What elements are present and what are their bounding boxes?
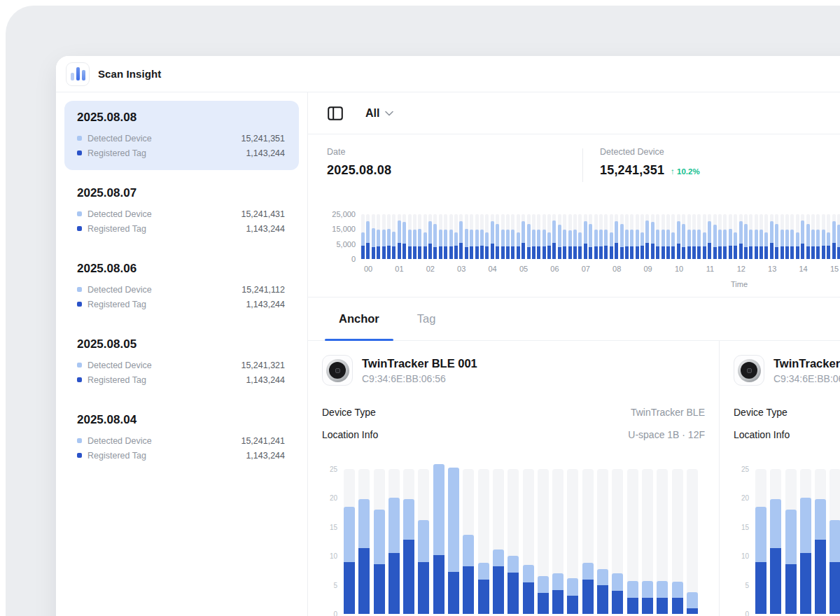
time-chart-bar: [708, 214, 711, 259]
location-info-value: U-space 1B · 12F: [628, 429, 705, 440]
time-chart-bar: [816, 214, 820, 259]
device-hourly-bar-chart: 0510152025: [322, 457, 705, 614]
location-info-label: Location Info: [322, 429, 378, 440]
time-chart-bar: [387, 214, 391, 259]
time-chart-bar: [552, 214, 556, 259]
device-chart-bar: [612, 457, 623, 614]
time-chart-bar: [424, 214, 427, 259]
tab-tag[interactable]: Tag: [403, 298, 450, 340]
detected-device-value: 15,241,431: [241, 209, 285, 219]
device-type-value: TwinTracker BLE: [631, 407, 705, 418]
registered-tag-value: 1,143,244: [246, 451, 285, 461]
sidebar-toggle-icon[interactable]: [327, 105, 344, 122]
active-tab-underline: [325, 339, 393, 341]
detected-device-label: Detected Device: [88, 209, 152, 219]
device-chart-bar: [687, 457, 698, 614]
time-chart-bar: [713, 214, 717, 259]
detected-device-value: 15,241,112: [241, 285, 285, 295]
time-chart-bar: [465, 214, 468, 259]
location-info-label: Location Info: [734, 429, 790, 440]
device-chart-bar: [374, 457, 385, 614]
device-chart-bar: [344, 457, 355, 614]
time-chart-x-axis: 00010203040506070809101112131415: [361, 265, 840, 274]
time-chart-bar: [770, 214, 774, 259]
time-chart-bar: [832, 214, 836, 259]
device-chart-bar: [523, 457, 534, 614]
device-chart-y-axis: 0510152025: [734, 457, 749, 614]
device-card-title: TwinTracker BLE 001: [362, 357, 477, 370]
delta-up-badge: ↑ 10.2%: [671, 167, 700, 176]
detected-device-value: 15,241,351: [241, 134, 285, 144]
main-panel: All Date 2025.08.08 Detected Device 15,2…: [308, 92, 840, 616]
time-chart-bar: [790, 214, 794, 259]
time-chart-bar: [475, 214, 479, 259]
registered-tag-label: Registered Tag: [88, 375, 146, 385]
date-card-title: 2025.08.05: [77, 337, 285, 351]
time-chart-bar: [734, 214, 737, 259]
device-chart-bar: [552, 457, 564, 614]
device-mac-address: C9:34:6E:BB:06:56: [362, 373, 477, 384]
device-card[interactable]: TwinTracker BLE 001 C9:34:6E:BB:06:56 De…: [308, 341, 720, 616]
time-chart-bar: [392, 214, 396, 259]
date-card-title: 2025.08.04: [77, 413, 285, 427]
date-card[interactable]: 2025.08.06 Detected Device 15,241,112 Re…: [64, 252, 299, 321]
time-chart-bar: [547, 214, 551, 259]
time-chart-bar: [563, 214, 566, 259]
toolbar: All: [308, 92, 840, 134]
time-chart-bar: [755, 214, 758, 259]
device-chart-plot: [344, 457, 705, 614]
time-chart-bar: [573, 214, 577, 259]
time-chart-bar: [517, 214, 520, 259]
device-chart-bar: [463, 457, 474, 614]
time-chart-bar: [402, 214, 406, 259]
stats-row: Date 2025.08.08 Detected Device 15,241,3…: [308, 134, 840, 188]
date-card[interactable]: 2025.08.08 Detected Device 15,241,351 Re…: [64, 101, 299, 170]
time-chart-bar: [511, 214, 514, 259]
time-chart-bar: [361, 214, 365, 259]
time-chart-bar: [811, 214, 815, 259]
time-chart-bar: [749, 214, 752, 259]
date-card[interactable]: 2025.08.04 Detected Device 15,241,241 Re…: [64, 403, 299, 472]
time-chart-bar: [610, 214, 613, 259]
filter-dropdown[interactable]: All: [365, 107, 393, 120]
device-chart-bar: [627, 457, 638, 614]
device-card[interactable]: TwinTracker BLE 002 C9:34:6E:BB:06:56 De…: [720, 341, 840, 616]
time-chart-bar: [444, 214, 447, 259]
detected-device-bullet-icon: [77, 287, 82, 292]
time-chart-bar: [703, 214, 706, 259]
time-chart-bar: [662, 214, 665, 259]
time-chart-bar: [542, 214, 546, 259]
time-chart-bar: [729, 214, 732, 259]
time-chart-bar: [645, 214, 649, 259]
time-chart-bar: [439, 214, 442, 259]
date-list-sidebar[interactable]: 2025.08.08 Detected Device 15,241,351 Re…: [56, 92, 308, 616]
app-window: Scan Insight 2025.08.08 Detected Device …: [56, 56, 840, 616]
time-chart-bar: [377, 214, 380, 259]
time-chart-bar: [418, 214, 421, 259]
device-cards-row: TwinTracker BLE 001 C9:34:6E:BB:06:56 De…: [308, 341, 840, 616]
device-tabs: Anchor Tag: [308, 298, 840, 341]
device-chart-y-axis: 0510152025: [322, 457, 337, 614]
device-chart-bar: [770, 457, 781, 614]
registered-tag-value: 1,143,244: [246, 300, 285, 309]
date-card[interactable]: 2025.08.05 Detected Device 15,241,321 Re…: [64, 328, 299, 397]
time-chart-bar: [682, 214, 685, 259]
device-chart-bar: [493, 457, 504, 614]
time-axis-title: Time: [731, 280, 748, 288]
registered-tag-bullet-icon: [77, 377, 82, 382]
time-chart-bar: [625, 214, 629, 259]
time-chart-bar: [449, 214, 453, 259]
time-chart-bar: [594, 214, 598, 259]
time-chart-y-axis: 05,00015,00025,000: [308, 214, 356, 259]
date-stat-value: 2025.08.08: [327, 163, 582, 178]
device-chart-bar: [815, 457, 826, 614]
time-chart-bar: [537, 214, 540, 259]
tab-anchor[interactable]: Anchor: [325, 298, 393, 340]
registered-tag-bullet-icon: [77, 150, 82, 155]
time-chart-bar: [718, 214, 722, 259]
date-card[interactable]: 2025.08.07 Detected Device 15,241,431 Re…: [64, 176, 299, 246]
detected-device-label: Detected Device: [88, 134, 152, 144]
time-chart-bar: [620, 214, 624, 259]
time-chart-bar: [806, 214, 810, 259]
time-chart-bar: [837, 214, 840, 259]
